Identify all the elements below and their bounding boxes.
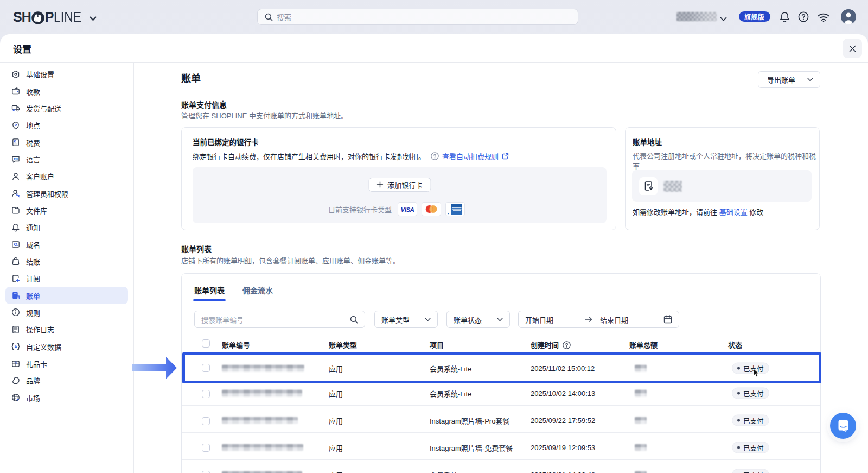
svg-text:VISA: VISA bbox=[401, 206, 414, 212]
svg-text:A: A bbox=[14, 345, 17, 349]
svg-text:EN: EN bbox=[14, 157, 18, 161]
